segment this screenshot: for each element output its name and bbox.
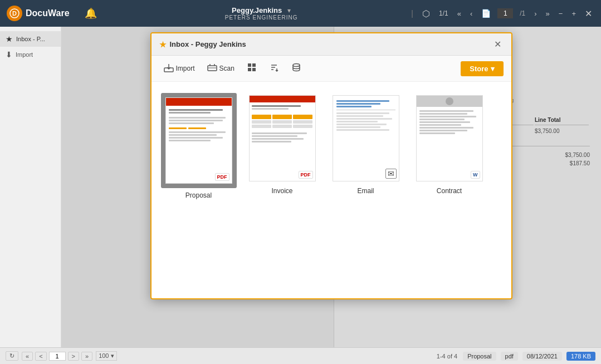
status-bar: ↻ « < > » 100 ▾ 1-4 of 4 Proposal pdf 08… bbox=[0, 347, 601, 364]
logo-icon: D bbox=[7, 6, 22, 21]
modal-overlay: ★ Inbox - Peggy Jenkins ✕ bbox=[61, 27, 601, 347]
status-nav-last[interactable]: » bbox=[81, 352, 92, 361]
document-item-contract[interactable]: W Contract bbox=[413, 93, 486, 199]
grid-view-button[interactable] bbox=[242, 60, 261, 77]
svg-rect-8 bbox=[252, 68, 256, 71]
sidebar-item-import-label: Import bbox=[16, 51, 33, 58]
contract-label: Contract bbox=[437, 187, 462, 195]
nav-next[interactable]: › bbox=[532, 8, 539, 19]
sidebar-item-inbox[interactable]: ★ Inbox - P... bbox=[0, 31, 61, 47]
pdf-badge-invoice: PDF bbox=[299, 171, 313, 179]
status-badge-proposal: Proposal bbox=[463, 352, 496, 361]
svg-text:D: D bbox=[12, 10, 17, 17]
top-bar-controls: | ⬡ 1/1 « ‹ 📄 /1 › » − + ✕ bbox=[409, 7, 594, 20]
status-nav: « < > » bbox=[22, 352, 92, 361]
page-count: 1/1 bbox=[437, 8, 451, 18]
store-dropdown-icon: ▾ bbox=[491, 65, 495, 73]
status-badge-date: 08/12/2021 bbox=[522, 352, 562, 361]
document-grid: PDF Proposal bbox=[152, 82, 511, 298]
scan-button-icon bbox=[207, 63, 217, 74]
content-area: ation Date: 08/11/21 Document number: 12… bbox=[61, 27, 601, 347]
layers-icon[interactable]: ⬡ bbox=[420, 7, 432, 20]
svg-rect-7 bbox=[248, 68, 251, 71]
status-nav-first[interactable]: « bbox=[22, 352, 33, 361]
scan-button-label: Scan bbox=[219, 65, 234, 72]
email-label: Email bbox=[357, 187, 374, 195]
contract-thumbnail: W bbox=[416, 95, 483, 181]
status-badge-size: 178 KB bbox=[566, 352, 595, 361]
nav-next-next[interactable]: » bbox=[544, 8, 552, 19]
import-button[interactable]: Import bbox=[159, 61, 199, 76]
company-name: PETERS ENGINEERING bbox=[225, 14, 298, 21]
proposal-label: Proposal bbox=[185, 191, 212, 199]
import-button-icon bbox=[164, 63, 174, 74]
store-button-label: Store bbox=[470, 65, 488, 73]
user-info: Peggy.Jenkins ▾ PETERS ENGINEERING bbox=[114, 6, 409, 21]
email-icon-badge: ✉ bbox=[385, 169, 397, 179]
username: Peggy.Jenkins bbox=[232, 6, 282, 14]
close-window[interactable]: ✕ bbox=[583, 7, 594, 20]
store-button[interactable]: Store ▾ bbox=[461, 61, 503, 76]
top-bar: D DocuWare 🔔 Peggy.Jenkins ▾ PETERS ENGI… bbox=[0, 0, 601, 27]
sidebar-item-import[interactable]: ⬇ Import bbox=[0, 47, 61, 62]
email-thumbnail: ✉ bbox=[333, 95, 399, 181]
user-dropdown-icon[interactable]: ▾ bbox=[287, 7, 291, 14]
page-range-label: 1-4 of 4 bbox=[437, 353, 457, 360]
zoom-in[interactable]: + bbox=[569, 8, 578, 19]
status-refresh-button[interactable]: ↻ bbox=[6, 351, 18, 361]
main-area: ★ Inbox - P... ⬇ Import ation Date: 08/1… bbox=[0, 27, 601, 347]
page-number-input[interactable] bbox=[497, 8, 513, 18]
modal-header: ★ Inbox - Peggy Jenkins ✕ bbox=[152, 33, 511, 56]
svg-rect-5 bbox=[248, 63, 251, 67]
modal-toolbar: Import Scan bbox=[152, 56, 511, 82]
import-button-label: Import bbox=[176, 65, 195, 72]
page-total: /1 bbox=[517, 8, 527, 18]
document-item-proposal[interactable]: PDF Proposal bbox=[163, 93, 235, 199]
status-nav-next[interactable]: > bbox=[68, 352, 79, 361]
status-bar-right: Proposal pdf 08/12/2021 178 KB bbox=[463, 352, 595, 361]
zoom-select[interactable]: 100 ▾ bbox=[96, 351, 116, 361]
inbox-modal: ★ Inbox - Peggy Jenkins ✕ bbox=[150, 32, 512, 299]
sidebar-item-inbox-label: Inbox - P... bbox=[16, 36, 45, 42]
sidebar: ★ Inbox - P... ⬇ Import bbox=[0, 27, 61, 347]
invoice-label: Invoice bbox=[271, 187, 292, 195]
svg-point-12 bbox=[293, 64, 300, 67]
database-button[interactable] bbox=[287, 60, 306, 77]
sort-button[interactable] bbox=[265, 60, 284, 77]
pdf-badge-proposal: PDF bbox=[215, 173, 229, 181]
favorite-icon: ★ bbox=[159, 40, 167, 49]
import-icon: ⬇ bbox=[6, 50, 12, 59]
star-icon: ★ bbox=[6, 35, 13, 43]
scan-button[interactable]: Scan bbox=[203, 61, 239, 76]
proposal-thumbnail: PDF bbox=[165, 97, 232, 184]
word-badge-contract: W bbox=[471, 171, 480, 179]
modal-title-text: Inbox - Peggy Jenkins bbox=[170, 40, 246, 48]
zoom-out[interactable]: − bbox=[556, 8, 565, 19]
app-name: DocuWare bbox=[26, 8, 70, 18]
nav-prev[interactable]: ‹ bbox=[468, 8, 475, 19]
nav-prev-prev[interactable]: « bbox=[455, 8, 463, 19]
separator-chevron: | bbox=[409, 8, 416, 19]
status-bar-left: ↻ « < > » 100 ▾ bbox=[6, 351, 117, 361]
status-badge-pdf: pdf bbox=[501, 352, 518, 361]
document-item-invoice[interactable]: PDF Invoice bbox=[246, 93, 319, 199]
app-logo: D DocuWare bbox=[7, 6, 85, 21]
page-icon: 📄 bbox=[479, 8, 493, 19]
modal-title: ★ Inbox - Peggy Jenkins bbox=[159, 40, 246, 49]
invoice-thumbnail: PDF bbox=[249, 95, 316, 181]
notification-icon[interactable]: 🔔 bbox=[85, 7, 97, 19]
svg-rect-6 bbox=[252, 63, 256, 67]
modal-close-button[interactable]: ✕ bbox=[492, 39, 504, 50]
status-nav-prev[interactable]: < bbox=[35, 352, 46, 361]
document-item-email[interactable]: ✉ Email bbox=[330, 93, 402, 199]
status-page-input[interactable] bbox=[49, 352, 66, 361]
